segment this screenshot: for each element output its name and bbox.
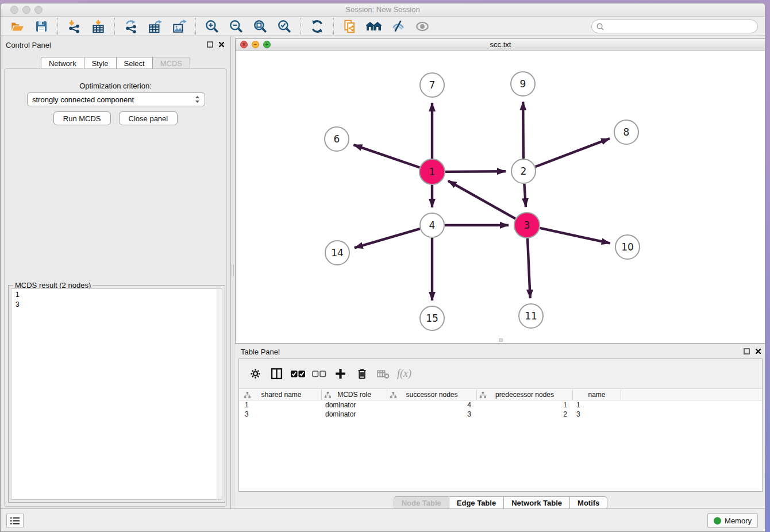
import-network-icon[interactable] bbox=[65, 18, 83, 35]
show-columns-icon[interactable] bbox=[266, 365, 287, 383]
splitter-grip[interactable] bbox=[232, 265, 234, 276]
delete-column-icon[interactable] bbox=[351, 365, 372, 383]
toolbar-separator bbox=[333, 18, 334, 35]
cell-successor-nodes[interactable]: 4 bbox=[387, 400, 477, 410]
delete-table-icon[interactable] bbox=[372, 365, 394, 383]
cell-predecessor-nodes[interactable]: 2 bbox=[477, 410, 573, 419]
graph-node-label-2: 2 bbox=[521, 165, 527, 177]
network-frame-title: scc.txt bbox=[236, 40, 765, 49]
clone-network-icon[interactable] bbox=[341, 18, 359, 35]
memory-status-icon bbox=[714, 517, 721, 525]
table-row[interactable]: 3dominator323 bbox=[239, 410, 762, 419]
column-type-icon bbox=[479, 391, 487, 399]
graph-node-label-4: 4 bbox=[429, 219, 436, 231]
deselect-all-icon[interactable] bbox=[309, 365, 330, 383]
cell-name[interactable]: 3 bbox=[573, 410, 621, 419]
table-settings-icon[interactable] bbox=[245, 365, 266, 383]
column-header-predecessor-nodes[interactable]: predecessor nodes bbox=[477, 390, 573, 400]
list-icon bbox=[10, 516, 20, 525]
table-body: 1dominator4113dominator323 bbox=[239, 400, 762, 491]
search-input[interactable] bbox=[605, 21, 757, 32]
close-panel-button[interactable]: Close panel bbox=[119, 111, 178, 125]
export-image-icon[interactable] bbox=[170, 18, 188, 35]
cell-name[interactable]: 1 bbox=[573, 400, 621, 410]
graph-edge-3-11[interactable] bbox=[528, 238, 530, 298]
column-type-icon bbox=[244, 391, 251, 399]
column-header-successor-nodes[interactable]: successor nodes bbox=[387, 390, 477, 400]
cell-MCDS-role[interactable]: dominator bbox=[322, 410, 387, 419]
apply-layout-icon[interactable] bbox=[308, 18, 326, 35]
mcds-result-text[interactable]: 13 bbox=[11, 288, 222, 500]
frame-resize-handle[interactable] bbox=[499, 338, 503, 342]
graph-edge-3-10[interactable] bbox=[540, 228, 610, 244]
graph-node-label-3: 3 bbox=[524, 219, 530, 231]
result-scrollbar[interactable] bbox=[217, 289, 222, 499]
cell-successor-nodes[interactable]: 3 bbox=[387, 410, 477, 419]
toolbar-separator bbox=[301, 18, 301, 35]
criterion-dropdown[interactable]: strongly connected component bbox=[27, 92, 205, 106]
graph-edge-2-3[interactable] bbox=[524, 184, 526, 207]
open-session-icon[interactable] bbox=[8, 18, 26, 35]
zoom-in-icon[interactable] bbox=[203, 18, 221, 35]
graph-node-label-7: 7 bbox=[429, 79, 436, 91]
float-panel-icon[interactable] bbox=[207, 41, 213, 48]
float-table-panel-icon[interactable] bbox=[744, 348, 750, 354]
export-table-icon[interactable] bbox=[146, 18, 164, 35]
task-history-button[interactable] bbox=[6, 514, 24, 527]
save-session-icon[interactable] bbox=[32, 18, 51, 35]
toolbar-separator bbox=[195, 18, 196, 35]
control-panel-title: Control Panel bbox=[6, 41, 51, 49]
select-all-icon[interactable] bbox=[287, 365, 309, 383]
zoom-selected-icon[interactable] bbox=[275, 18, 294, 35]
cell-shared-name[interactable]: 3 bbox=[241, 410, 322, 419]
table-panel-title: Table Panel bbox=[241, 348, 280, 356]
zoom-out-icon[interactable] bbox=[227, 18, 245, 35]
dropdown-stepper-icon bbox=[195, 95, 200, 103]
column-header-name[interactable]: name bbox=[573, 390, 621, 400]
panel-splitter[interactable] bbox=[231, 36, 235, 510]
close-panel-icon[interactable] bbox=[218, 41, 225, 48]
tab-node-table[interactable]: Node Table bbox=[394, 496, 449, 510]
show-hidden-icon[interactable] bbox=[413, 18, 432, 35]
network-view-frame: × − + scc.txt 7968124314101511 bbox=[235, 38, 765, 344]
tab-network-table[interactable]: Network Table bbox=[504, 496, 570, 510]
network-canvas[interactable]: 7968124314101511 bbox=[236, 51, 765, 343]
cell-predecessor-nodes[interactable]: 1 bbox=[477, 400, 573, 410]
first-neighbors-icon[interactable] bbox=[365, 18, 383, 35]
network-frame-titlebar: × − + scc.txt bbox=[236, 39, 765, 51]
table-toolbar: f(x) bbox=[239, 359, 762, 389]
memory-button[interactable]: Memory bbox=[707, 513, 758, 528]
graph-edge-4-14[interactable] bbox=[355, 229, 420, 248]
cell-shared-name[interactable]: 1 bbox=[241, 400, 322, 410]
table-row[interactable]: 1dominator411 bbox=[239, 400, 762, 410]
toolbar-separator bbox=[57, 18, 58, 35]
graph-node-label-9: 9 bbox=[520, 78, 526, 90]
graph-edge-2-9[interactable] bbox=[523, 102, 523, 159]
import-table-icon[interactable] bbox=[89, 18, 107, 35]
column-header-MCDS-role[interactable]: MCDS role bbox=[322, 390, 387, 400]
node-table: f(x) shared nameMCDS rolesuccessor nodes… bbox=[238, 358, 763, 492]
cell-MCDS-role[interactable]: dominator bbox=[322, 400, 387, 410]
hide-selected-icon[interactable] bbox=[389, 18, 407, 35]
column-header-shared-name[interactable]: shared name bbox=[241, 390, 322, 400]
criterion-dropdown-value: strongly connected component bbox=[32, 95, 195, 104]
graph-edge-3-1[interactable] bbox=[448, 181, 515, 219]
export-network-icon[interactable] bbox=[122, 18, 140, 35]
tab-motifs[interactable]: Motifs bbox=[570, 496, 607, 510]
tab-edge-table[interactable]: Edge Table bbox=[449, 496, 504, 510]
graph-edge-1-2[interactable] bbox=[445, 171, 506, 172]
zoom-fit-icon[interactable] bbox=[251, 18, 270, 35]
graph-node-label-15: 15 bbox=[426, 313, 438, 324]
table-panel-header: Table Panel bbox=[235, 344, 765, 358]
graph-edge-2-8[interactable] bbox=[536, 138, 610, 167]
close-table-panel-icon[interactable] bbox=[755, 348, 761, 354]
run-mcds-button[interactable]: Run MCDS bbox=[53, 111, 111, 125]
graph-edge-1-6[interactable] bbox=[353, 145, 419, 167]
graph-node-label-8: 8 bbox=[623, 126, 630, 138]
function-builder-icon[interactable]: f(x) bbox=[394, 365, 415, 383]
search-icon bbox=[596, 22, 605, 31]
toolbar-separator bbox=[114, 18, 115, 35]
mcds-panel: Optimization criterion: strongly connect… bbox=[4, 68, 227, 507]
column-type-icon bbox=[390, 391, 397, 399]
create-column-icon[interactable] bbox=[330, 365, 351, 383]
